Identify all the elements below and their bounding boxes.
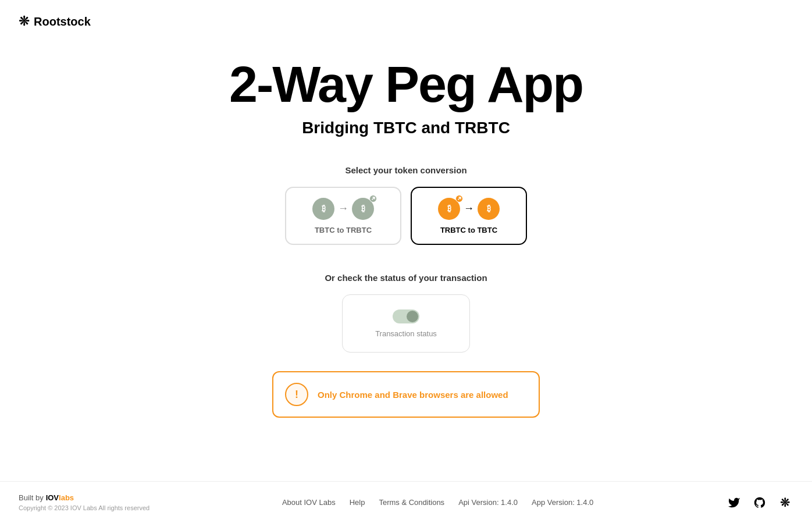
footer-social: ❊ — [726, 494, 793, 511]
footer-link-help[interactable]: Help — [350, 498, 365, 507]
tbtc-to-trbtc-card[interactable]: ₿ → ₿ TBTC to TRBTC — [285, 187, 401, 245]
trbtc-to-tbtc-card[interactable]: ₿ → ₿ TRBTC to TBTC — [411, 187, 527, 245]
card-icons-tbtc: ₿ → ₿ — [312, 198, 374, 220]
footer-built-by: Built by IOVlabs — [19, 493, 149, 502]
footer-link-terms[interactable]: Terms & Conditions — [379, 498, 444, 507]
svg-text:₿: ₿ — [487, 204, 491, 213]
footer-copyright: Copyright © 2023 IOV Labs All rights res… — [19, 504, 149, 511]
logo[interactable]: ❊ Rootstock — [19, 14, 793, 29]
svg-text:₿: ₿ — [447, 204, 451, 213]
toggle-switch[interactable] — [393, 309, 419, 323]
warning-banner: ! Only Chrome and Brave browsers are all… — [272, 371, 540, 418]
tbtc-to-trbtc-label: TBTC to TRBTC — [315, 226, 372, 234]
twitter-icon[interactable] — [726, 494, 742, 511]
tbtc-coin-icon: ₿ — [312, 198, 334, 220]
iov-labs-logo: IOVlabs — [46, 493, 74, 502]
built-by-label: Built by — [19, 493, 44, 502]
tbtc-coin-icon-right: ₿ — [478, 198, 500, 220]
transaction-status-label: Transaction status — [375, 329, 437, 338]
card-icons-trbtc: ₿ → ₿ — [438, 198, 500, 220]
github-icon[interactable] — [752, 494, 768, 511]
toggle-knob — [407, 311, 418, 322]
select-token-label: Select your token conversion — [345, 165, 466, 175]
page-title: 2-Way Peg App — [229, 55, 583, 114]
svg-text:₿: ₿ — [361, 204, 365, 213]
trbtc-to-tbtc-label: TRBTC to TBTC — [440, 226, 497, 234]
footer-links: About IOV Labs Help Terms & Conditions A… — [282, 498, 593, 507]
footer-left: Built by IOVlabs Copyright © 2023 IOV La… — [19, 493, 149, 511]
footer-app-version: App Version: 1.4.0 — [532, 498, 593, 507]
tbtc-arrow-icon: → — [338, 202, 348, 215]
rootstock-logo-icon: ❊ — [19, 14, 29, 29]
page-subtitle: Bridging TBTC and TRBTC — [302, 119, 510, 137]
header: ❊ Rootstock — [0, 0, 812, 43]
trbtc-coin-icon-right: ₿ — [438, 198, 460, 220]
footer-api-version: Api Version: 1.4.0 — [458, 498, 518, 507]
logo-text: Rootstock — [34, 15, 91, 29]
svg-text:₿: ₿ — [322, 204, 326, 213]
trbtc-coin-icon-left: ₿ — [352, 198, 374, 220]
conversion-cards: ₿ → ₿ TBTC to TRBTC — [285, 187, 527, 245]
rootstock-social-icon[interactable]: ❊ — [777, 494, 793, 511]
warning-icon: ! — [285, 383, 308, 406]
trbtc-arrow-icon: → — [464, 202, 474, 215]
warning-text: Only Chrome and Brave browsers are allow… — [318, 390, 508, 400]
toggle-container — [393, 309, 419, 323]
status-section-label: Or check the status of your transaction — [325, 273, 487, 283]
transaction-status-card[interactable]: Transaction status — [342, 294, 470, 353]
footer: Built by IOVlabs Copyright © 2023 IOV La… — [0, 481, 812, 523]
footer-link-about[interactable]: About IOV Labs — [282, 498, 336, 507]
main-content: 2-Way Peg App Bridging TBTC and TRBTC Se… — [0, 43, 812, 481]
warning-exclamation: ! — [295, 389, 298, 401]
